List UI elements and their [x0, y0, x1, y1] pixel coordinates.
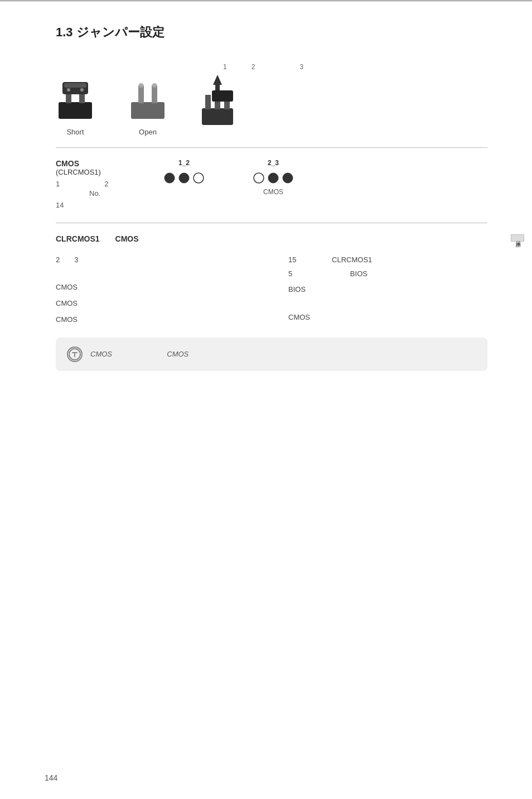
side-label: 日本語	[511, 234, 524, 242]
left-line4: CMOS	[56, 297, 255, 311]
jumper-open-icon: Open	[128, 74, 167, 136]
note-box: CMOS CMOS	[56, 338, 487, 371]
col-right: 15 CLRCMOS1 5 BIOS BIOS CMOS	[288, 253, 487, 326]
right-line4	[288, 297, 487, 311]
jumper-state-23: 2_3 CMOS	[251, 159, 296, 196]
col3-header: No.	[89, 189, 100, 198]
divider-2	[56, 223, 487, 223]
right-line3: BIOS	[288, 283, 487, 297]
svg-rect-4	[64, 83, 86, 88]
col1-header: 1	[56, 180, 60, 188]
col-left: 2 3 CMOS CMOS CMOS	[56, 253, 255, 326]
pin-numbers-top: 1 2 3	[223, 63, 487, 71]
two-col-desc: 2 3 CMOS CMOS CMOS 15	[56, 253, 487, 326]
svg-text:1: 1	[205, 125, 207, 131]
svg-point-23	[194, 173, 204, 183]
svg-rect-0	[59, 102, 92, 119]
svg-point-21	[165, 173, 175, 183]
side-label-text: 日本語	[511, 234, 524, 242]
svg-rect-7	[131, 102, 165, 119]
cmos-section: CMOS (CLRCMOS1) 1 2 No. 14 1_2	[56, 159, 487, 211]
left-line5: CMOS	[56, 313, 255, 327]
svg-text:2: 2	[216, 125, 219, 131]
left-line1: 2 3	[56, 253, 255, 267]
svg-rect-17	[212, 90, 233, 102]
clrcmos-section: CLRCMOS1 CMOS 2 3 CMOS CMOS CMOS	[56, 234, 487, 371]
svg-point-25	[268, 173, 278, 183]
svg-point-26	[283, 173, 293, 183]
cmos-title: CMOS	[56, 159, 145, 168]
page-number: 144	[45, 773, 57, 782]
jumper-icons-row: Short Open	[56, 74, 487, 136]
clrcmos-title: CLRCMOS1 CMOS	[56, 234, 487, 244]
svg-point-24	[254, 173, 264, 183]
svg-point-6	[80, 88, 84, 92]
main-content: 1.3 ジャンパー設定 1 2 3	[0, 2, 532, 410]
right-line1: 15 CLRCMOS1	[288, 253, 487, 267]
divider-1	[56, 147, 487, 148]
svg-rect-14	[205, 95, 211, 109]
note-text: CMOS CMOS	[90, 349, 188, 359]
svg-rect-13	[202, 108, 233, 125]
jumper-states-row: 1_2 2_3	[162, 159, 296, 196]
svg-text:3: 3	[227, 125, 230, 131]
jumper-short-icon: Short	[56, 74, 95, 136]
pin-num-3: 3	[299, 63, 303, 71]
jumper-short-label: Short	[66, 128, 84, 136]
svg-point-11	[152, 83, 157, 88]
page-container: 日本語 1.3 ジャンパー設定 1 2 3	[0, 0, 532, 799]
col2-header: 2	[104, 180, 108, 188]
right-line2: 5 BIOS	[288, 267, 487, 281]
cmos-subtitle: (CLRCMOS1)	[56, 168, 145, 176]
jumper-open-label: Open	[139, 128, 157, 136]
state-23-label: 2_3	[268, 159, 279, 167]
state-23-desc: CMOS	[263, 188, 283, 196]
svg-point-5	[67, 88, 70, 92]
jumper-state-12: 1_2	[162, 159, 206, 186]
row-14: 14	[56, 201, 145, 209]
svg-rect-9	[152, 85, 157, 103]
note-icon	[67, 346, 83, 362]
section-title: 1.3 ジャンパー設定	[56, 24, 487, 41]
pin-num-2: 2	[252, 63, 255, 71]
left-line3: CMOS	[56, 281, 255, 295]
cmos-bottom: CMOS	[288, 311, 487, 325]
left-line2	[56, 267, 255, 281]
jumper-123-icon: 1 2 3	[201, 75, 234, 136]
svg-point-10	[139, 83, 143, 88]
pin-num-1: 1	[223, 63, 227, 71]
svg-rect-8	[138, 85, 144, 103]
state-12-label: 1_2	[178, 159, 190, 167]
cmos-label-block: CMOS (CLRCMOS1) 1 2 No. 14	[56, 159, 145, 211]
svg-point-22	[179, 173, 189, 183]
